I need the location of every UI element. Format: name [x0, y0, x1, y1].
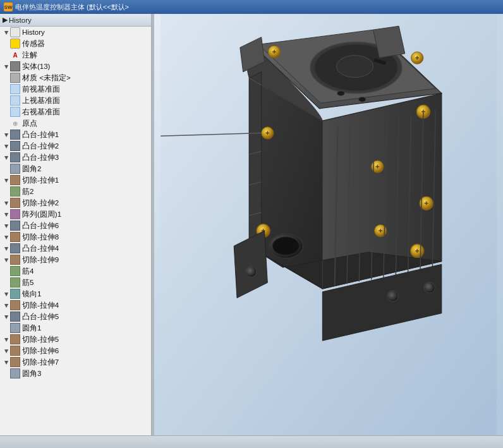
tree-item-pattern1[interactable]: 阵列(圆周)1: [0, 209, 151, 220]
tree-icon-cut7: [10, 357, 20, 367]
tree-label-fillet2: 圆角2: [22, 164, 41, 174]
tree-item-cut2[interactable]: 切除-拉伸2: [0, 197, 151, 209]
tree-item-cut5[interactable]: 切除-拉伸5: [0, 334, 151, 345]
tree-label-solid: 实体(13): [22, 62, 50, 71]
tree-item-annotation[interactable]: A注解: [0, 49, 151, 61]
tree-arrow-cut8[interactable]: [3, 233, 10, 241]
tree-item-boss1[interactable]: 凸台-拉伸1: [0, 129, 151, 140]
tree-item-cut7[interactable]: 切除-拉伸7: [0, 356, 151, 368]
tree-arrow-solid[interactable]: [3, 63, 10, 70]
tree-item-material[interactable]: 材质 <未指定>: [0, 72, 151, 83]
tree-container: History传感器A注解实体(13)材质 <未指定>前视基准面上视基准面右视基…: [0, 27, 151, 379]
tree-item-origin[interactable]: ⊕原点: [0, 118, 151, 129]
tree-label-origin: 原点: [22, 119, 37, 128]
tree-label-rib2: 筋2: [22, 187, 33, 197]
tree-label-sensor: 传感器: [22, 39, 45, 49]
tree-icon-front: [10, 84, 20, 94]
tree-label-fillet1: 圆角1: [22, 324, 41, 333]
tree-icon-boss3: [10, 152, 20, 162]
tree-arrow-cut1[interactable]: [3, 176, 10, 184]
tree-icon-rib4: [10, 266, 20, 276]
tree-arrow-cut7[interactable]: [3, 358, 10, 366]
tree-icon-cut2: [10, 198, 20, 208]
svg-point-17: [358, 97, 366, 102]
tree-arrow-cut9[interactable]: [3, 256, 10, 263]
tree-item-top[interactable]: 上视基准面: [0, 95, 151, 106]
tree-arrow-pattern1[interactable]: [3, 210, 10, 218]
tree-item-boss3[interactable]: 凸台-拉伸3: [0, 152, 151, 163]
tree-item-solid[interactable]: 实体(13): [0, 61, 151, 72]
tree-icon-cut4: [10, 300, 20, 310]
3d-viewport[interactable]: [154, 14, 503, 435]
tree-item-boss2[interactable]: 凸台-拉伸2: [0, 140, 151, 152]
tree-icon-top: [10, 95, 20, 106]
tree-icon-cut8: [10, 232, 20, 242]
tree-icon-rib5: [10, 277, 20, 288]
tree-item-boss6[interactable]: 凸台-拉伸6: [0, 220, 151, 231]
tree-icon-sensor: [10, 39, 20, 49]
tree-item-cut4[interactable]: 切除-拉伸4: [0, 300, 151, 311]
tree-icon-cut6: [10, 346, 20, 356]
tree-label-cut6: 切除-拉伸6: [22, 346, 59, 356]
tree-icon-origin: ⊕: [10, 118, 20, 128]
tree-item-boss4[interactable]: 凸台-拉伸4: [0, 243, 151, 254]
tree-item-sensor[interactable]: 传感器: [0, 38, 151, 49]
tree-arrow-boss4[interactable]: [3, 245, 10, 252]
title-text: 电伴热温度控制器主体 (默认<<默认>: [15, 3, 129, 12]
tree-arrow-boss1[interactable]: [3, 131, 10, 138]
tree-arrow-boss3[interactable]: [3, 154, 10, 161]
svg-point-25: [272, 237, 300, 255]
tree-arrow-boss2[interactable]: [3, 142, 10, 150]
status-bar: [0, 435, 503, 448]
tree-item-history[interactable]: History: [0, 27, 151, 38]
tree-item-front[interactable]: 前视基准面: [0, 83, 151, 95]
tree-arrow-cut6[interactable]: [3, 347, 10, 354]
tree-icon-history: [10, 27, 20, 37]
tree-item-rib4[interactable]: 筋4: [0, 265, 151, 277]
tree-icon-material: [10, 73, 20, 83]
tree-item-fillet1[interactable]: 圆角1: [0, 322, 151, 334]
tree-label-fillet3: 圆角3: [22, 369, 41, 378]
tree-icon-annotation: A: [10, 50, 20, 60]
tree-label-mirror1: 镜向1: [22, 289, 41, 299]
3d-model-svg: [154, 14, 503, 435]
tree-icon-mirror1: [10, 289, 20, 299]
tree-item-fillet2[interactable]: 圆角2: [0, 163, 151, 174]
tree-header-arrow[interactable]: [3, 16, 8, 24]
main-area: History History传感器A注解实体(13)材质 <未指定>前视基准面…: [0, 14, 503, 435]
tree-label-boss4: 凸台-拉伸4: [22, 244, 59, 253]
tree-item-cut9[interactable]: 切除-拉伸9: [0, 254, 151, 265]
tree-header-label: History: [9, 16, 32, 24]
svg-marker-5: [249, 72, 261, 246]
tree-item-cut1[interactable]: 切除-拉伸1: [0, 174, 151, 186]
tree-arrow-cut2[interactable]: [3, 199, 10, 207]
tree-item-cut8[interactable]: 切除-拉伸8: [0, 231, 151, 243]
tree-label-cut8: 切除-拉伸8: [22, 233, 59, 242]
tree-arrow-history[interactable]: [3, 28, 10, 36]
tree-item-rib2[interactable]: 筋2: [0, 186, 151, 197]
tree-arrow-mirror1[interactable]: [3, 290, 10, 298]
tree-item-fillet3[interactable]: 圆角3: [0, 368, 151, 379]
tree-label-boss2: 凸台-拉伸2: [22, 142, 59, 151]
tree-arrow-cut4[interactable]: [3, 301, 10, 309]
title-bar: SW 电伴热温度控制器主体 (默认<<默认>: [0, 0, 503, 14]
tree-header: History: [0, 14, 151, 27]
tree-label-rib4: 筋4: [22, 267, 33, 276]
tree-arrow-boss5[interactable]: [3, 313, 10, 320]
tree-arrow-boss6[interactable]: [3, 222, 10, 229]
tree-item-rib5[interactable]: 筋5: [0, 277, 151, 288]
app-icon: SW: [4, 3, 13, 11]
tree-label-material: 材质 <未指定>: [22, 73, 71, 83]
tree-item-boss5[interactable]: 凸台-拉伸5: [0, 311, 151, 322]
feature-tree-panel[interactable]: History History传感器A注解实体(13)材质 <未指定>前视基准面…: [0, 14, 152, 435]
tree-icon-fillet1: [10, 323, 20, 333]
tree-icon-fillet3: [10, 368, 20, 378]
tree-icon-fillet2: [10, 164, 20, 174]
tree-item-right[interactable]: 右视基准面: [0, 106, 151, 118]
tree-label-boss6: 凸台-拉伸6: [22, 221, 59, 231]
tree-item-cut6[interactable]: 切除-拉伸6: [0, 345, 151, 356]
svg-point-16: [337, 91, 345, 96]
tree-label-history: History: [22, 28, 45, 36]
tree-arrow-cut5[interactable]: [3, 336, 10, 343]
tree-item-mirror1[interactable]: 镜向1: [0, 288, 151, 300]
